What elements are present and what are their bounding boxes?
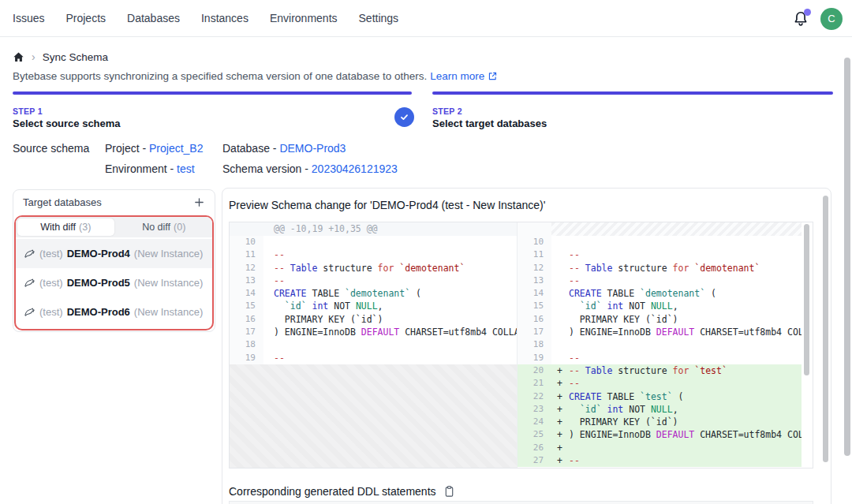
- db-environment: (test): [39, 248, 63, 259]
- step2-progress-bar: [432, 91, 833, 95]
- line-number: 11: [230, 248, 263, 261]
- db-note: (New Instance): [134, 248, 203, 259]
- line-number: 21: [518, 377, 551, 390]
- target-database-row-demo-prod5[interactable]: (test) DEMO-Prod5 (New Instance): [16, 268, 212, 297]
- breadcrumb: › Sync Schema: [13, 50, 108, 63]
- tab-no-diff-count: (0): [174, 222, 185, 233]
- line-number: 15: [518, 300, 551, 312]
- line-number: 19: [230, 352, 263, 364]
- external-link-icon[interactable]: [488, 71, 498, 81]
- diff-line: 18: [230, 338, 517, 351]
- diff-line: 10: [518, 236, 802, 248]
- intro-text: Bytebase supports synchronizing a specif…: [13, 70, 498, 82]
- line-number: 18: [518, 338, 551, 351]
- chevron-right-icon: ›: [32, 50, 36, 63]
- source-database: Database - DEMO-Prod3: [222, 142, 346, 155]
- preview-card: Preview Schema change for 'DEMO-Prod4 (t…: [222, 188, 831, 504]
- learn-more-link[interactable]: Learn more: [430, 70, 484, 82]
- line-number: 14: [518, 287, 551, 300]
- project-label: Project -: [105, 142, 149, 155]
- ddl-statements-title: Corresponding generated DDL statements: [229, 485, 436, 498]
- add-target-database-button[interactable]: [191, 195, 207, 211]
- mysql-icon: [24, 248, 36, 259]
- notification-dot: [804, 9, 811, 16]
- diff-line: 12-- Table structure for `demotenant`: [230, 262, 517, 274]
- tab-no-diff-label: No diff: [142, 222, 170, 233]
- tab-no-diff[interactable]: No diff (0): [116, 217, 213, 237]
- mysql-icon: [24, 277, 36, 289]
- line-number: 17: [230, 326, 263, 338]
- avatar[interactable]: C: [820, 8, 843, 30]
- diff-line: 20+-- Table structure for `test`: [518, 364, 802, 377]
- line-number: 13: [518, 274, 551, 287]
- db-note: (New Instance): [134, 277, 203, 289]
- nav-item-databases[interactable]: Databases: [127, 12, 180, 24]
- diff-line: 16 PRIMARY KEY (`id`): [230, 313, 517, 326]
- nav-item-settings[interactable]: Settings: [359, 12, 399, 24]
- step1-label: STEP 1: [13, 106, 43, 116]
- source-environment: Environment - test: [105, 162, 195, 175]
- target-databases-title: Target databases: [23, 196, 102, 208]
- step2-label: STEP 2: [432, 106, 462, 116]
- line-number: 20: [518, 364, 551, 377]
- intro-description: Bytebase supports synchronizing a specif…: [13, 70, 427, 82]
- card-scrollbar-thumb[interactable]: [823, 196, 828, 462]
- project-link[interactable]: Project_B2: [149, 142, 203, 155]
- preview-title: Preview Schema change for 'DEMO-Prod4 (t…: [229, 199, 545, 211]
- line-number: 23: [518, 403, 551, 416]
- mysql-icon: [24, 306, 36, 318]
- diff-line: 16 PRIMARY KEY (`id`): [518, 313, 802, 326]
- source-project: Project - Project_B2: [105, 142, 204, 155]
- db-environment: (test): [39, 277, 63, 289]
- diff-hunk-placeholder: [518, 222, 802, 236]
- home-icon[interactable]: [13, 51, 24, 63]
- schema-diff-editor[interactable]: @@ -10,19 +10,35 @@ 1011--12-- Table str…: [229, 222, 813, 469]
- target-databases-card: Target databases With diff (3) No diff (…: [13, 189, 215, 332]
- line-number: 11: [518, 248, 551, 261]
- target-database-row-demo-prod4[interactable]: (test) DEMO-Prod4 (New Instance): [16, 239, 212, 268]
- diff-line: 23+ `id` int NOT NULL,: [518, 403, 802, 416]
- diff-line: 15 `id` int NOT NULL,: [518, 300, 802, 312]
- line-number: 26: [518, 442, 551, 454]
- nav-item-environments[interactable]: Environments: [270, 12, 338, 24]
- step1-check-icon: [394, 107, 414, 127]
- line-number: 13: [230, 274, 263, 287]
- line-number: 22: [518, 390, 551, 403]
- diff-line: 21+--: [518, 377, 802, 390]
- line-number: 18: [230, 338, 263, 351]
- nav-item-projects[interactable]: Projects: [65, 12, 106, 24]
- diff-right-pane[interactable]: 1011--12-- Table structure for `demotena…: [518, 222, 802, 468]
- diff-line: 11--: [230, 248, 517, 261]
- target-database-row-demo-prod6[interactable]: (test) DEMO-Prod6 (New Instance): [16, 297, 212, 327]
- db-note: (New Instance): [134, 306, 203, 318]
- environment-link[interactable]: test: [177, 162, 195, 175]
- diff-line: 25+) ENGINE=InnoDB DEFAULT CHARSET=utf8m…: [518, 428, 802, 441]
- nav-item-issues[interactable]: Issues: [13, 12, 44, 24]
- diff-line: 11--: [518, 248, 802, 261]
- diff-line: 18: [518, 338, 802, 351]
- db-environment: (test): [39, 306, 63, 318]
- database-link[interactable]: DEMO-Prod3: [279, 142, 346, 155]
- diff-line: 22+CREATE TABLE `test` (: [518, 390, 802, 403]
- copy-icon[interactable]: [443, 485, 455, 498]
- line-number: 12: [518, 262, 551, 274]
- notification-bell-icon[interactable]: [792, 10, 809, 28]
- diff-empty-filler: [230, 364, 517, 468]
- tab-with-diff-label: With diff: [40, 222, 76, 233]
- editor-scrollbar-thumb[interactable]: [804, 224, 809, 375]
- diff-line: 14CREATE TABLE `demotenant` (: [518, 287, 802, 300]
- breadcrumb-current: Sync Schema: [43, 51, 108, 63]
- schema-version-link[interactable]: 20230426121923: [312, 162, 398, 175]
- line-number: 16: [230, 313, 263, 326]
- line-number: 10: [518, 236, 551, 248]
- diff-left-pane[interactable]: @@ -10,19 +10,35 @@ 1011--12-- Table str…: [230, 222, 518, 468]
- diff-line: 10: [230, 236, 517, 248]
- diff-line: 19--: [230, 352, 517, 364]
- editor-scrollbar-track[interactable]: [802, 222, 813, 468]
- target-database-list: (test) DEMO-Prod4 (New Instance) (test) …: [16, 237, 212, 327]
- line-number: 27: [518, 454, 551, 467]
- window-scrollbar-thumb[interactable]: [844, 58, 850, 456]
- diff-line: 17) ENGINE=InnoDB DEFAULT CHARSET=utf8mb…: [518, 326, 802, 338]
- nav-item-instances[interactable]: Instances: [201, 12, 248, 24]
- tab-with-diff[interactable]: With diff (3): [17, 218, 114, 236]
